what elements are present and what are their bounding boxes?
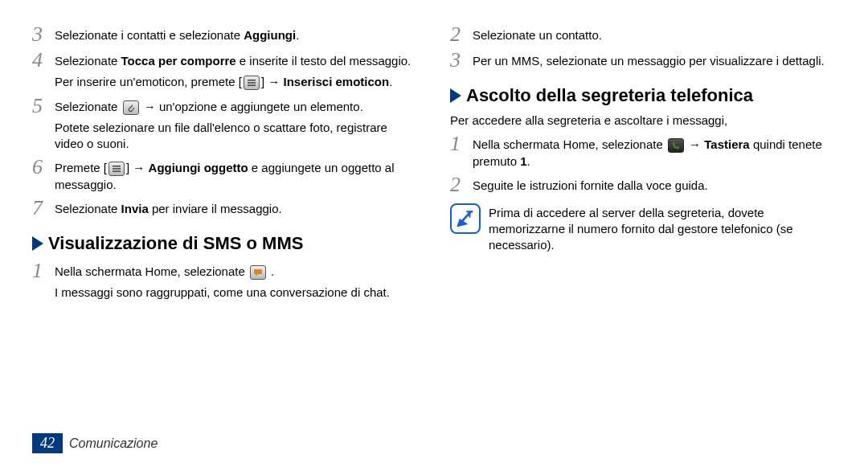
heading-text: Ascolto della segreteria telefonica [466, 85, 753, 106]
step-text: Nella schermata Home, selezionate .I mes… [55, 260, 418, 301]
svg-rect-2 [248, 85, 256, 87]
step: 2Seguite le istruzioni fornite dalla voc… [450, 174, 836, 195]
section-heading-sms-mms: Visualizzazione di SMS o MMS [32, 233, 418, 254]
step: 5Selezionate → un'opzione e aggiungete u… [32, 96, 418, 153]
menu-icon [108, 162, 125, 176]
page-number: 42 [32, 433, 63, 453]
step-text: Selezionate Invia per inviare il messagg… [55, 198, 418, 217]
step: 1Nella schermata Home, selezionate → Tas… [450, 133, 836, 170]
svg-rect-3 [113, 166, 121, 167]
note: Prima di accedere al server della segret… [450, 203, 836, 254]
step: 7Selezionate Invia per inviare il messag… [32, 198, 418, 219]
menu-icon [244, 76, 260, 90]
right-column: 2Selezionate un contatto.3Per un MMS, se… [450, 24, 836, 305]
section-heading-voicemail: Ascolto della segreteria telefonica [450, 85, 836, 106]
note-icon [450, 203, 481, 234]
svg-rect-5 [113, 171, 121, 173]
chevron-right-icon [32, 236, 43, 251]
step: 3Selezionate i contatti e selezionate Ag… [32, 24, 418, 45]
messages-icon [250, 265, 266, 280]
svg-rect-4 [113, 168, 121, 170]
step: 2Selezionate un contatto. [450, 24, 836, 45]
step-number: 1 [450, 133, 469, 154]
step: 6Premete [] → Aggiungi oggetto e aggiung… [32, 157, 418, 193]
step-text: Selezionate → un'opzione e aggiungete un… [55, 96, 418, 153]
step-list: 2Selezionate un contatto.3Per un MMS, se… [450, 24, 836, 71]
step: 1Nella schermata Home, selezionate .I me… [32, 260, 418, 301]
footer-section: Comunicazione [69, 436, 158, 451]
left-column: 3Selezionate i contatti e selezionate Ag… [32, 24, 418, 305]
step-subtext: I messaggi sono raggruppati, come una co… [55, 285, 418, 301]
step-list: 1Nella schermata Home, selezionate → Tas… [450, 133, 836, 195]
step: 3Per un MMS, selezionate un messaggio pe… [450, 50, 836, 71]
step-text: Selezionate un contatto. [473, 24, 836, 43]
step-number: 7 [32, 198, 51, 219]
step-number: 3 [32, 24, 51, 45]
step-number: 4 [32, 50, 51, 71]
step-list: 1Nella schermata Home, selezionate .I me… [32, 260, 418, 301]
svg-rect-0 [248, 80, 256, 81]
heading-text: Visualizzazione di SMS o MMS [48, 233, 303, 254]
step-text: Premete [] → Aggiungi oggetto e aggiunge… [55, 157, 418, 193]
step-number: 2 [450, 24, 469, 45]
step-list: 3Selezionate i contatti e selezionate Ag… [32, 24, 418, 219]
step-text: Selezionate Tocca per comporre e inserit… [55, 50, 418, 91]
page-footer: 42 Comunicazione [32, 433, 158, 453]
step-number: 1 [32, 260, 51, 281]
chevron-right-icon [450, 88, 461, 103]
svg-rect-6 [254, 269, 262, 274]
step: 4Selezionate Tocca per comporre e inseri… [32, 50, 418, 91]
section-description: Per accedere alla segreteria e ascoltare… [450, 113, 836, 129]
note-text: Prima di accedere al server della segret… [489, 203, 836, 254]
phone-icon [668, 138, 684, 153]
step-text: Seguite le istruzioni fornite dalla voce… [473, 174, 836, 194]
step-subtext: Potete selezionare un file dall'elenco o… [55, 120, 418, 153]
attach-icon [123, 100, 139, 115]
step-number: 6 [32, 157, 51, 178]
svg-rect-1 [248, 82, 256, 84]
step-text: Selezionate i contatti e selezionate Agg… [55, 24, 418, 43]
step-text: Nella schermata Home, selezionate → Tast… [473, 133, 836, 170]
step-text: Per un MMS, selezionate un messaggio per… [473, 50, 836, 69]
step-subtext: Per inserire un'emoticon, premete [] → I… [55, 74, 418, 90]
step-number: 2 [450, 174, 469, 195]
step-number: 3 [450, 50, 469, 71]
step-number: 5 [32, 96, 51, 117]
